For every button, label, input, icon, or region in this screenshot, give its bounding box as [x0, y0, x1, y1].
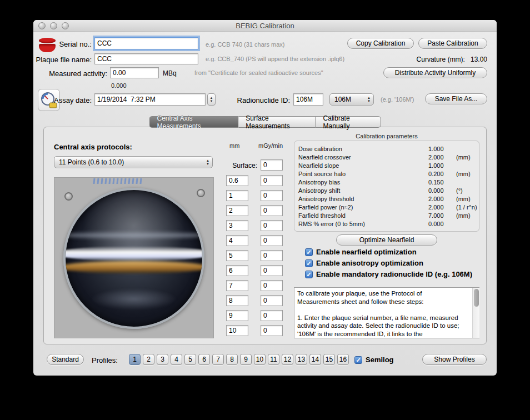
checkbox-checked-icon[interactable]: ✓: [305, 248, 313, 256]
assay-date-input[interactable]: [94, 93, 206, 106]
param-name: Farfield power (n≈2): [298, 204, 353, 211]
dose-input[interactable]: [261, 295, 283, 306]
serial-hint: e.g. CCB 740 (31 chars max): [206, 41, 284, 48]
param-name: Anisotropy shift: [298, 187, 340, 194]
popup-arrows-icon: ▲▼: [364, 96, 373, 103]
activity-converted-value: 0.000: [111, 82, 127, 89]
protocols-popup-value: 11 Points (0.6 to 10.0): [59, 158, 124, 166]
desktop: BEBIG Calibration Serial no.: e.g. CCB 7…: [0, 0, 530, 420]
dose-input[interactable]: [261, 205, 283, 216]
param-unit: (1 / r^n): [456, 204, 477, 211]
profile-button-8[interactable]: 8: [226, 354, 238, 365]
profile-button-14[interactable]: 14: [309, 354, 321, 365]
plaque-dome: [63, 188, 204, 329]
serial-input[interactable]: [94, 37, 198, 49]
radionuclide-label: Radionuclide ID:: [231, 96, 290, 104]
profile-button-12[interactable]: 12: [282, 354, 293, 365]
copy-calibration-button[interactable]: Copy Calibration: [347, 38, 414, 49]
param-name: Dose calibration: [298, 146, 342, 152]
enable-nearfield-label: Enable nearfield optimization: [316, 248, 417, 256]
tab-surface-measurements[interactable]: Surface Measurements: [238, 116, 316, 128]
mm-input[interactable]: [226, 235, 248, 246]
mm-input[interactable]: [226, 190, 248, 201]
profile-button-6[interactable]: 6: [198, 354, 210, 365]
file-name-label: Plaque file name:: [33, 56, 92, 64]
dose-input[interactable]: [261, 280, 283, 291]
profile-button-11[interactable]: 11: [268, 354, 279, 365]
dose-input[interactable]: [261, 265, 283, 276]
param-value: 0.150: [428, 179, 444, 186]
dose-input[interactable]: [261, 175, 283, 186]
instructions-scrollbar[interactable]: [472, 288, 479, 338]
paste-calibration-button[interactable]: Paste Calibration: [418, 38, 487, 49]
checkbox-checked-icon[interactable]: ✓: [305, 271, 313, 278]
protocols-popup[interactable]: 11 Points (0.6 to 10.0) ▲▼: [54, 156, 213, 168]
standard-button[interactable]: Standard: [47, 354, 84, 365]
popup-arrows-icon: ▲▼: [203, 159, 212, 166]
param-unit: (mm): [456, 154, 471, 161]
param-name: RMS % error (0 to 5mm): [298, 221, 365, 227]
param-value: 2.000: [428, 154, 444, 161]
semilog-checkbox-icon[interactable]: ✓: [354, 356, 362, 364]
profile-button-15[interactable]: 15: [323, 354, 335, 365]
scrollbar-thumb[interactable]: [474, 289, 479, 307]
semilog-checkbox-row: ✓ Semilog: [354, 356, 394, 364]
param-value: 1.000: [428, 162, 444, 169]
save-file-as-button[interactable]: Save File As...: [425, 93, 487, 104]
radionuclide-popup[interactable]: 106M ▲▼: [329, 93, 374, 106]
profile-button-3[interactable]: 3: [157, 354, 168, 365]
profile-button-2[interactable]: 2: [143, 354, 154, 365]
enable-anisotropy-checkbox-row: ✓ Enable anisotropy optimization: [305, 259, 423, 267]
dose-input[interactable]: [261, 250, 283, 261]
activity-input[interactable]: [110, 67, 159, 78]
param-name: Anisotropy bias: [298, 179, 340, 186]
radionuclide-input[interactable]: [293, 93, 323, 106]
mm-input[interactable]: [226, 325, 248, 336]
distribute-activity-button[interactable]: Distribute Activity Uniformly: [383, 67, 487, 78]
tab-central-axis-measurements[interactable]: Central Axis Measurements: [149, 116, 239, 128]
profile-button-9[interactable]: 9: [240, 354, 252, 365]
dose-column-header: mGy/min: [258, 142, 283, 149]
ruler-ticks: [93, 178, 142, 184]
param-value: 1.000: [428, 146, 444, 152]
mm-input[interactable]: [226, 295, 248, 306]
dose-input[interactable]: [261, 235, 283, 246]
profile-button-7[interactable]: 7: [212, 354, 224, 365]
param-value: 2.000: [428, 196, 444, 202]
mm-input[interactable]: [226, 220, 248, 231]
dose-input[interactable]: [261, 220, 283, 231]
param-value: 7.000: [428, 212, 444, 219]
param-unit: (mm): [456, 171, 471, 177]
dose-input[interactable]: [261, 190, 283, 201]
profile-button-16[interactable]: 16: [337, 354, 349, 365]
titlebar[interactable]: BEBIG Calibration: [33, 20, 497, 32]
optimize-nearfield-button[interactable]: Optimize Nearfield: [336, 234, 437, 246]
mm-input[interactable]: [226, 175, 248, 186]
activity-unit: MBq: [163, 69, 177, 77]
plaque-photo: [54, 177, 214, 338]
param-name: Point source halo: [298, 171, 346, 177]
profile-buttons: 1 2 3 4 5 6 7 8 9 10 11 12 13 14 15 16: [129, 354, 349, 365]
profile-button-1[interactable]: 1: [129, 354, 141, 365]
file-name-input[interactable]: [94, 53, 198, 64]
mm-input[interactable]: [226, 250, 248, 261]
profile-button-5[interactable]: 5: [184, 354, 196, 365]
tab-calibrate-manually[interactable]: Calibrate Manually: [316, 116, 381, 128]
dose-input[interactable]: [261, 325, 283, 336]
param-unit: (mm): [456, 212, 471, 219]
mm-input[interactable]: [226, 280, 248, 291]
mm-input[interactable]: [226, 265, 248, 276]
mm-input[interactable]: [226, 205, 248, 216]
profile-button-10[interactable]: 10: [254, 354, 266, 365]
show-profiles-button[interactable]: Show Profiles: [422, 354, 487, 365]
profile-button-13[interactable]: 13: [296, 354, 307, 365]
profile-button-4[interactable]: 4: [171, 354, 182, 365]
mm-input[interactable]: [226, 310, 248, 321]
instructions-text[interactable]: To calibrate your plaque, use the Protoc…: [294, 287, 479, 338]
assay-date-stepper[interactable]: ▲▼: [207, 93, 216, 106]
semilog-label: Semilog: [366, 356, 394, 364]
checkbox-checked-icon[interactable]: ✓: [305, 259, 313, 267]
surface-dose-input[interactable]: [261, 159, 283, 171]
calibration-parameters-title: Calibration parameters: [294, 133, 479, 139]
dose-input[interactable]: [261, 310, 283, 321]
